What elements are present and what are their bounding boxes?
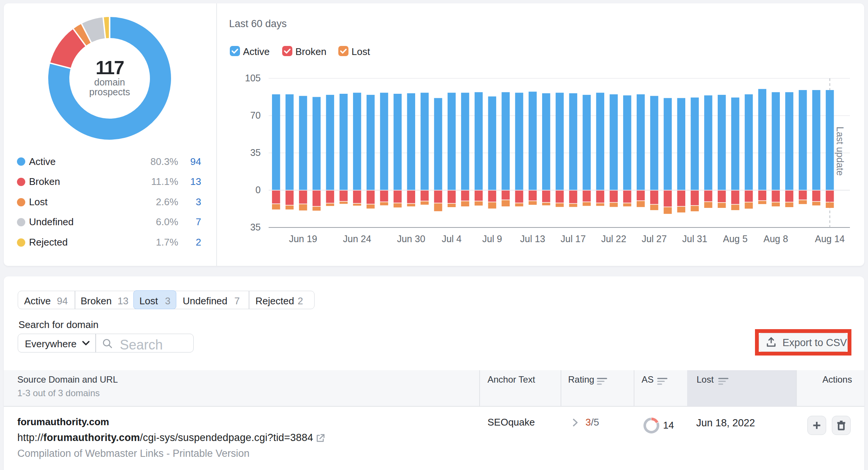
svg-text:Jun 30: Jun 30 — [397, 233, 425, 244]
svg-text:Aug 8: Aug 8 — [764, 233, 788, 244]
svg-text:0: 0 — [255, 185, 261, 195]
svg-text:Jun 19: Jun 19 — [289, 233, 317, 244]
svg-text:35: 35 — [250, 222, 261, 232]
svg-text:Aug 5: Aug 5 — [723, 233, 747, 244]
svg-text:Jul 31: Jul 31 — [682, 233, 708, 244]
svg-text:Aug 14: Aug 14 — [815, 233, 845, 244]
svg-text:Jun 24: Jun 24 — [343, 233, 371, 244]
svg-text:105: 105 — [245, 73, 261, 83]
svg-text:Jul 9: Jul 9 — [482, 233, 502, 244]
svg-text:35: 35 — [250, 147, 261, 158]
svg-text:Jul 22: Jul 22 — [601, 233, 627, 244]
svg-text:Jul 27: Jul 27 — [642, 233, 667, 244]
svg-text:Jul 13: Jul 13 — [520, 233, 546, 244]
svg-text:Jul 17: Jul 17 — [561, 233, 586, 244]
svg-text:Last update: Last update — [835, 127, 845, 176]
svg-text:Jul 4: Jul 4 — [442, 233, 462, 244]
svg-text:70: 70 — [250, 110, 261, 121]
